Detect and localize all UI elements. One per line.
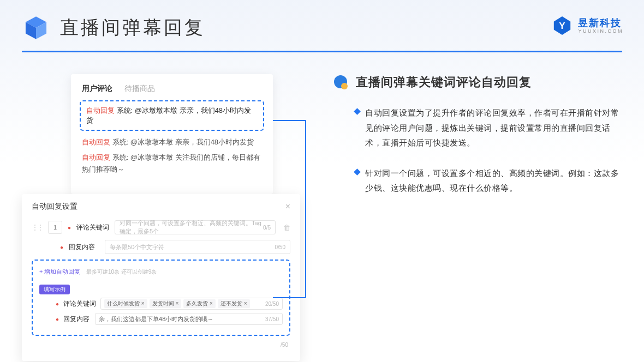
diamond-icon xyxy=(354,168,361,176)
auto-reply-settings-modal: 自动回复设置 × ⋮⋮ 1 ● 评论关键词 对同一个问题，可设置多个相近、高频的… xyxy=(22,194,300,361)
example-highlight-box: + 增加自动回复 最多可建10条 还可以创建9条 填写示例 ● 评论关键词 什么… xyxy=(32,260,290,336)
modal-title: 自动回复设置 xyxy=(32,202,77,212)
example-pill: 填写示例 xyxy=(39,285,70,294)
add-hint: 最多可建10条 还可以创建9条 xyxy=(86,269,157,275)
svg-point-6 xyxy=(341,83,348,89)
delete-icon[interactable]: 🗑 xyxy=(283,224,290,232)
comments-panel: 用户评论 待播商品 自动回复 系统: @冰墩墩本墩 亲亲，我们48小时内发货 自… xyxy=(71,74,273,194)
label-content: 回复内容 xyxy=(69,243,99,252)
required-dot: ● xyxy=(68,225,71,231)
auto-reply-tag: 自动回复 xyxy=(86,106,115,114)
example-content: 亲，我们这边都是下单48小时内发货的哦～ 37/50 xyxy=(95,313,283,325)
keyword-tag: 还不发货 × xyxy=(218,299,250,308)
page-title: 直播间弹幕回复 xyxy=(60,15,205,40)
brand-name-en: YUUXIN.COM xyxy=(578,29,623,34)
tab-pending-goods[interactable]: 待播商品 xyxy=(124,84,155,94)
bullet-text: 自动回复设置为了提升作者的评论回复效率，作者可在开播前针对常见的评论用户问题，提… xyxy=(365,106,622,151)
tab-user-comments[interactable]: 用户评论 xyxy=(82,84,112,94)
example-keyword-tags: 什么时候发货 ×发货时间 ×多久发货 ×还不发货 × 20/50 xyxy=(100,298,283,310)
brand-name-cn: 昱新科技 xyxy=(578,18,623,28)
brand-logo: Y 昱新科技 YUUXIN.COM xyxy=(552,15,623,36)
bullet-item: 针对同一个问题，可设置多个相近的、高频的关键词。例如：这款多少钱、这块能优惠吗、… xyxy=(333,166,622,196)
drag-handle-icon[interactable]: ⋮⋮ xyxy=(32,224,43,231)
keyword-tag: 什么时候发货 × xyxy=(104,299,147,308)
example-label-content: 回复内容 xyxy=(63,315,91,324)
add-auto-reply-link[interactable]: + 增加自动回复 xyxy=(39,268,80,276)
rule-number: 1 xyxy=(48,221,62,234)
bottom-count: /50 xyxy=(281,342,288,348)
bullet-text: 针对同一个问题，可设置多个相近的、高频的关键词。例如：这款多少钱、这块能优惠吗、… xyxy=(365,166,622,196)
example-label-keyword: 评论关键词 xyxy=(63,299,96,309)
section-icon xyxy=(333,74,349,90)
highlighted-comment: 自动回复 系统: @冰墩墩本墩 亲亲，我们48小时内发货 xyxy=(80,100,264,131)
section-title: 直播间弹幕关键词评论自动回复 xyxy=(356,74,532,90)
label-keyword: 评论关键词 xyxy=(76,223,109,232)
comment-row: 自动回复 系统: @冰墩墩本墩 关注我们的店铺，每日都有热门推荐哟～ xyxy=(82,152,262,176)
diamond-icon xyxy=(354,108,361,115)
keyword-tag: 发货时间 × xyxy=(150,299,182,308)
keyword-tag: 多久发货 × xyxy=(183,299,216,308)
bullet-item: 自动回复设置为了提升作者的评论回复效率，作者可在开播前针对常见的评论用户问题，提… xyxy=(333,106,622,151)
keyword-input[interactable]: 对同一个问题，可设置多个相近、高频的关键词。Tag确定，最多5个0/5 xyxy=(115,220,276,234)
required-dot: ● xyxy=(60,244,63,250)
comment-row: 自动回复 系统: @冰墩墩本墩 亲亲，我们48小时内发货 xyxy=(82,136,262,148)
logo-cube-icon xyxy=(22,14,50,42)
svg-text:Y: Y xyxy=(559,21,566,31)
close-icon[interactable]: × xyxy=(285,202,290,212)
content-input[interactable]: 每条限50个中文字符0/50 xyxy=(105,240,290,254)
brand-icon: Y xyxy=(552,15,573,36)
